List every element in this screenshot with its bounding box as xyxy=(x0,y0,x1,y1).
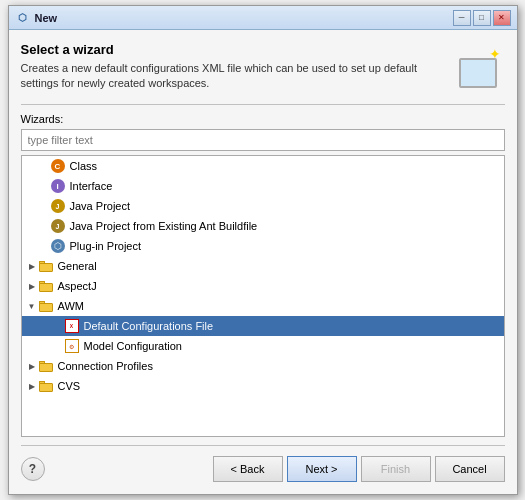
expand-placeholder xyxy=(38,180,50,192)
footer: ? < Back Next > Finish Cancel xyxy=(21,437,505,482)
aspectj-folder-icon xyxy=(38,278,54,294)
new-wizard-window: ⬡ New ─ □ ✕ Select a wizard Creates a ne… xyxy=(8,5,518,495)
expand-placeholder xyxy=(52,320,64,332)
java-project-icon: J xyxy=(50,198,66,214)
cancel-button[interactable]: Cancel xyxy=(435,456,505,482)
cvs-folder-icon xyxy=(38,378,54,394)
finish-button[interactable]: Finish xyxy=(361,456,431,482)
expand-placeholder xyxy=(38,160,50,172)
class-icon: C xyxy=(50,158,66,174)
header-title: Select a wizard xyxy=(21,42,447,57)
expand-placeholder xyxy=(38,200,50,212)
header-description: Creates a new default configurations XML… xyxy=(21,61,447,92)
title-bar: ⬡ New ─ □ ✕ xyxy=(9,6,517,30)
model-config-icon: ⚙ xyxy=(64,338,80,354)
tree-item-class[interactable]: C Class xyxy=(22,156,504,176)
footer-buttons: ? < Back Next > Finish Cancel xyxy=(21,456,505,482)
tree-item-connection-profiles[interactable]: ▶ Connection Profiles xyxy=(22,356,504,376)
cvs-expand-icon: ▶ xyxy=(26,380,38,392)
expand-placeholder xyxy=(52,340,64,352)
minimize-button[interactable]: ─ xyxy=(453,10,471,26)
close-button[interactable]: ✕ xyxy=(493,10,511,26)
expand-placeholder xyxy=(38,240,50,252)
aspectj-label: AspectJ xyxy=(58,280,97,292)
tree-item-java-project-ant[interactable]: J Java Project from Existing Ant Buildfi… xyxy=(22,216,504,236)
help-button[interactable]: ? xyxy=(21,457,45,481)
general-folder-icon xyxy=(38,258,54,274)
tree-container[interactable]: C Class I Interface J Java Project xyxy=(21,155,505,437)
header-icon-area: ✦ xyxy=(455,42,505,92)
tree-item-default-config[interactable]: X Default Configurations File xyxy=(22,316,504,336)
awm-folder-icon xyxy=(38,298,54,314)
tree-item-interface[interactable]: I Interface xyxy=(22,176,504,196)
interface-label: Interface xyxy=(70,180,113,192)
filter-input[interactable] xyxy=(21,129,505,151)
tree-item-cvs[interactable]: ▶ CVS xyxy=(22,376,504,396)
window-title: New xyxy=(35,12,453,24)
tree-item-plugin[interactable]: ⬡ Plug-in Project xyxy=(22,236,504,256)
tree-item-awm[interactable]: ▼ AWM xyxy=(22,296,504,316)
maximize-button[interactable]: □ xyxy=(473,10,491,26)
tree-item-general[interactable]: ▶ General xyxy=(22,256,504,276)
expand-placeholder xyxy=(38,220,50,232)
class-label: Class xyxy=(70,160,98,172)
connection-profiles-label: Connection Profiles xyxy=(58,360,153,372)
awm-label: AWM xyxy=(58,300,84,312)
window-icon: ⬡ xyxy=(15,10,31,26)
xml-file-icon: X xyxy=(64,318,80,334)
monitor-icon xyxy=(459,58,497,88)
java-project-label: Java Project xyxy=(70,200,131,212)
awm-expand-icon: ▼ xyxy=(26,300,38,312)
main-content: Select a wizard Creates a new default co… xyxy=(9,30,517,494)
cvs-label: CVS xyxy=(58,380,81,392)
general-expand-icon: ▶ xyxy=(26,260,38,272)
next-button[interactable]: Next > xyxy=(287,456,357,482)
header-text: Select a wizard Creates a new default co… xyxy=(21,42,447,92)
wizards-label: Wizards: xyxy=(21,113,505,125)
header-section: Select a wizard Creates a new default co… xyxy=(21,42,505,92)
java-project-ant-label: Java Project from Existing Ant Buildfile xyxy=(70,220,258,232)
header-separator xyxy=(21,104,505,105)
tree-item-java-project[interactable]: J Java Project xyxy=(22,196,504,216)
java-project-ant-icon: J xyxy=(50,218,66,234)
footer-separator xyxy=(21,445,505,446)
tree-item-model-config[interactable]: ⚙ Model Configuration xyxy=(22,336,504,356)
plugin-label: Plug-in Project xyxy=(70,240,142,252)
aspectj-expand-icon: ▶ xyxy=(26,280,38,292)
general-label: General xyxy=(58,260,97,272)
plugin-icon: ⬡ xyxy=(50,238,66,254)
window-controls: ─ □ ✕ xyxy=(453,10,511,26)
default-config-label: Default Configurations File xyxy=(84,320,214,332)
interface-icon: I xyxy=(50,178,66,194)
tree-item-aspectj[interactable]: ▶ AspectJ xyxy=(22,276,504,296)
connection-folder-icon xyxy=(38,358,54,374)
wizard-icon: ✦ xyxy=(459,46,501,88)
connection-expand-icon: ▶ xyxy=(26,360,38,372)
model-config-label: Model Configuration xyxy=(84,340,182,352)
back-button[interactable]: < Back xyxy=(213,456,283,482)
